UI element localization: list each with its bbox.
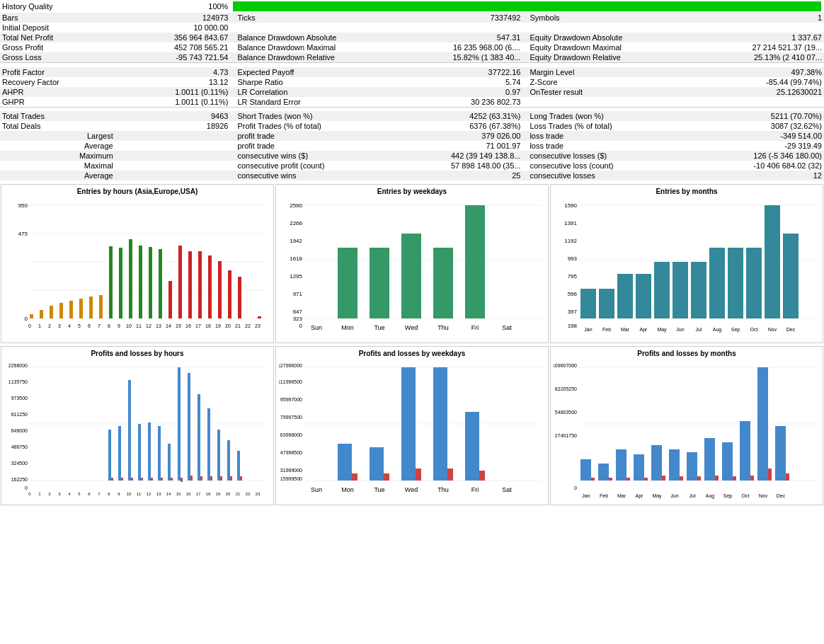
svg-text:22: 22 bbox=[246, 492, 251, 496]
svg-text:Nov: Nov bbox=[768, 327, 777, 332]
charts-row-1: Entries by hours (Asia,Europe,USA) 950 4… bbox=[0, 183, 824, 344]
total-net-profit-row: Total Net Profit 356 964 843.67 Balance … bbox=[0, 33, 824, 42]
history-quality-value: 100% bbox=[115, 0, 231, 13]
svg-rect-232 bbox=[740, 421, 750, 481]
svg-rect-133 bbox=[141, 478, 143, 481]
svg-rect-230 bbox=[722, 442, 733, 481]
balance-dd-max-label: Balance Drawdown Maximal bbox=[230, 42, 425, 52]
svg-rect-145 bbox=[200, 476, 202, 481]
months-chart-svg: 1590 1391 1192 993 795 596 397 198 bbox=[554, 197, 820, 338]
avg-consec-wins-value: 25 bbox=[425, 171, 523, 180]
max-consec-loss-value: -10 406 684.02 (32) bbox=[718, 161, 824, 171]
svg-text:12: 12 bbox=[147, 492, 151, 496]
svg-text:19: 19 bbox=[215, 323, 221, 328]
svg-text:11: 11 bbox=[136, 323, 142, 328]
svg-text:14: 14 bbox=[166, 492, 171, 496]
ticks-value: 7337492 bbox=[425, 13, 523, 23]
svg-text:9: 9 bbox=[118, 492, 120, 496]
svg-rect-22 bbox=[168, 281, 172, 318]
svg-text:7: 7 bbox=[98, 492, 101, 496]
max-consec-wins-label: consecutive wins ($) bbox=[230, 151, 425, 161]
svg-rect-223 bbox=[662, 476, 665, 481]
svg-rect-137 bbox=[161, 478, 163, 481]
svg-text:63998000: 63998000 bbox=[280, 432, 302, 437]
ahpr-value: 1.0011 (0.11%) bbox=[115, 87, 231, 97]
svg-rect-189 bbox=[338, 444, 352, 481]
gross-profit-value: 452 708 565.21 bbox=[115, 42, 231, 52]
svg-rect-192 bbox=[384, 473, 389, 481]
ghpr-row: GHPR 1.0011 (0.11%) LR Standard Error 30… bbox=[0, 97, 824, 108]
svg-text:127996000: 127996000 bbox=[279, 363, 302, 368]
svg-text:21: 21 bbox=[235, 323, 241, 328]
svg-rect-93 bbox=[636, 274, 651, 318]
pnl-months-chart-svg: 109607000 82205250 54803500 27401750 0 bbox=[554, 359, 820, 500]
svg-text:971: 971 bbox=[293, 291, 303, 297]
gross-loss-value: -95 743 721.54 bbox=[115, 52, 231, 63]
svg-text:May: May bbox=[652, 493, 662, 499]
svg-rect-229 bbox=[715, 476, 719, 481]
svg-text:Mar: Mar bbox=[621, 327, 630, 332]
svg-rect-138 bbox=[168, 444, 171, 481]
svg-text:Sun: Sun bbox=[311, 486, 322, 493]
svg-rect-221 bbox=[644, 478, 648, 481]
svg-text:1295: 1295 bbox=[290, 273, 302, 280]
svg-text:13: 13 bbox=[156, 323, 161, 328]
svg-text:10: 10 bbox=[127, 492, 132, 496]
svg-text:1391: 1391 bbox=[564, 220, 577, 226]
svg-rect-216 bbox=[598, 464, 609, 481]
svg-rect-20 bbox=[149, 247, 152, 318]
svg-text:109607000: 109607000 bbox=[554, 363, 577, 368]
hours-chart-box: Entries by hours (Asia,Europe,USA) 950 4… bbox=[1, 184, 274, 343]
svg-text:Mar: Mar bbox=[617, 493, 626, 498]
svg-text:323: 323 bbox=[293, 316, 303, 322]
svg-text:22: 22 bbox=[245, 323, 251, 328]
svg-text:0: 0 bbox=[28, 323, 31, 328]
svg-rect-237 bbox=[786, 473, 789, 481]
pnl-months-chart-box: Profits and losses by months 109607000 8… bbox=[550, 346, 823, 505]
initial-deposit-value: 10 000.00 bbox=[115, 23, 231, 33]
total-deals-label: Total Deals bbox=[0, 121, 115, 131]
svg-rect-131 bbox=[131, 478, 133, 481]
profit-trades-label: Profit Trades (% of total) bbox=[230, 121, 425, 131]
loss-trades-value: 3087 (32.62%) bbox=[718, 121, 824, 131]
svg-text:0: 0 bbox=[299, 323, 303, 329]
months-chart-title: Entries by months bbox=[554, 188, 820, 195]
svg-rect-68 bbox=[370, 248, 389, 318]
svg-rect-90 bbox=[580, 289, 596, 318]
largest-profit-trade-value: 379 026.00 bbox=[425, 131, 523, 141]
svg-text:Jul: Jul bbox=[696, 327, 702, 332]
svg-rect-233 bbox=[750, 476, 754, 481]
svg-rect-144 bbox=[198, 394, 200, 481]
svg-rect-198 bbox=[479, 471, 485, 481]
svg-text:Apr: Apr bbox=[636, 493, 644, 499]
svg-text:649000: 649000 bbox=[11, 428, 28, 433]
svg-rect-152 bbox=[237, 451, 240, 481]
maximum-consec-row: Maximum consecutive wins ($) 442 (39 149… bbox=[0, 151, 824, 161]
max-consec-profit-label: consecutive profit (count) bbox=[230, 161, 425, 171]
svg-text:1: 1 bbox=[38, 323, 41, 328]
largest-row: Largest profit trade 379 026.00 loss tra… bbox=[0, 131, 824, 141]
recovery-factor-row: Recovery Factor 13.12 Sharpe Ratio 5.74 … bbox=[0, 77, 824, 87]
svg-text:2590: 2590 bbox=[290, 202, 302, 209]
svg-text:79997500: 79997500 bbox=[280, 415, 302, 420]
svg-rect-100 bbox=[765, 205, 780, 318]
avg-consec-wins-label: consecutive wins bbox=[230, 171, 425, 180]
svg-text:95997000: 95997000 bbox=[280, 397, 302, 402]
svg-text:4: 4 bbox=[68, 323, 71, 328]
svg-text:Sun: Sun bbox=[311, 324, 322, 331]
svg-text:Feb: Feb bbox=[602, 327, 611, 332]
recovery-factor-value: 13.12 bbox=[115, 77, 231, 87]
svg-text:82205250: 82205250 bbox=[555, 386, 577, 391]
svg-rect-21 bbox=[159, 249, 162, 318]
svg-rect-220 bbox=[634, 454, 644, 481]
svg-text:9: 9 bbox=[118, 323, 120, 328]
svg-text:1590: 1590 bbox=[564, 202, 577, 209]
svg-text:811250: 811250 bbox=[11, 412, 28, 417]
pnl-weekdays-chart-box: Profits and losses by weekdays 127996000… bbox=[275, 346, 549, 505]
svg-text:21: 21 bbox=[236, 492, 241, 496]
svg-rect-149 bbox=[220, 476, 222, 481]
svg-rect-12 bbox=[69, 301, 73, 318]
svg-text:Aug: Aug bbox=[713, 327, 722, 333]
expected-payoff-label: Expected Payoff bbox=[230, 67, 425, 77]
svg-text:19: 19 bbox=[216, 492, 221, 496]
